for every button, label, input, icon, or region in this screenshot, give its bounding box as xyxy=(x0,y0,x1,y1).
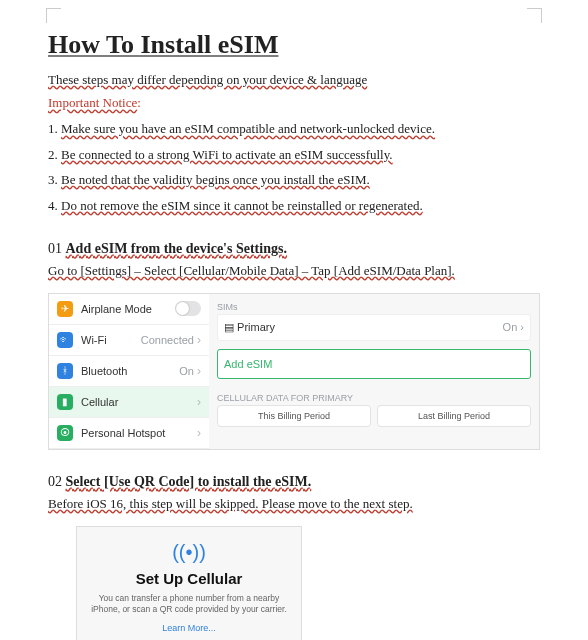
row-bluetooth: Bluetooth xyxy=(81,365,127,377)
airplane-icon: ✈ xyxy=(57,301,73,317)
setup-desc: You can transfer a phone number from a n… xyxy=(89,593,289,615)
bt-status: On › xyxy=(179,364,201,378)
primary-sim-row[interactable]: ▤ Primary On › xyxy=(217,314,531,341)
data-for-label: CELLULAR DATA FOR PRIMARY xyxy=(217,393,531,403)
airplane-toggle[interactable] xyxy=(175,301,201,316)
page-corner xyxy=(527,8,542,23)
notice-item: Be connected to a strong WiFi to activat… xyxy=(61,147,393,162)
important-notice-label: Important Notice xyxy=(48,95,137,110)
hotspot-icon: ⦿ xyxy=(57,425,73,441)
learn-more-link[interactable]: Learn More... xyxy=(89,623,289,633)
antenna-icon: ((•)) xyxy=(89,541,289,564)
step-subtext: Go to [Settings] – Select [Cellular/Mobi… xyxy=(48,263,455,278)
row-hotspot: Personal Hotspot xyxy=(81,427,165,439)
row-wifi: Wi-Fi xyxy=(81,334,107,346)
bluetooth-icon: ᚼ xyxy=(57,363,73,379)
notice-item: Be noted that the validity begins once y… xyxy=(61,172,370,187)
notice-item: Make sure you have an eSIM compatible an… xyxy=(61,121,435,136)
cellular-icon: ▮ xyxy=(57,394,73,410)
add-esim-button[interactable]: Add eSIM xyxy=(217,349,531,379)
settings-screenshot: ✈Airplane Mode ᯤWi-Fi Connected › ᚼBluet… xyxy=(48,293,540,450)
page-title: How To Install eSIM xyxy=(48,30,540,60)
page-corner xyxy=(46,8,61,23)
wifi-status: Connected › xyxy=(141,333,201,347)
intro-text: These steps may differ depending on your… xyxy=(48,72,367,87)
row-airplane: Airplane Mode xyxy=(81,303,152,315)
setup-heading: Set Up Cellular xyxy=(89,570,289,587)
notice-item: Do not remove the eSIM since it cannot b… xyxy=(61,198,423,213)
step-title: Select [Use QR Code] to install the eSIM… xyxy=(66,474,312,489)
step-subtext: Before iOS 16, this step will be skipped… xyxy=(48,496,413,511)
row-cellular: Cellular xyxy=(81,396,118,408)
seg-last-period[interactable]: Last Billing Period xyxy=(377,405,531,427)
step-title: Add eSIM from the device's Settings. xyxy=(66,241,287,256)
sims-label: SIMs xyxy=(217,302,531,312)
wifi-icon: ᯤ xyxy=(57,332,73,348)
setup-cellular-screenshot: ((•)) Set Up Cellular You can transfer a… xyxy=(76,526,302,640)
step-number: 02 xyxy=(48,474,62,489)
step-number: 01 xyxy=(48,241,62,256)
seg-this-period[interactable]: This Billing Period xyxy=(217,405,371,427)
